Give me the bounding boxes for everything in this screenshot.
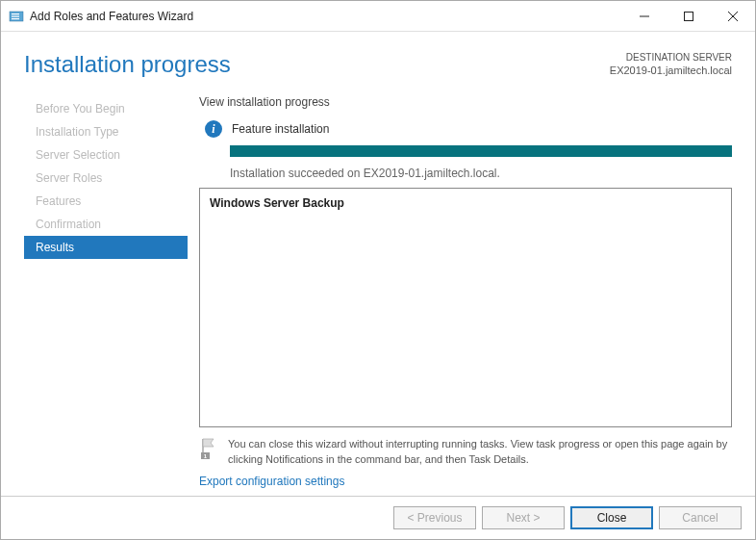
main-pane: View installation progress i Feature ins…: [199, 95, 732, 488]
cancel-button: Cancel: [659, 506, 742, 529]
svg-rect-1: [12, 13, 19, 14]
svg-rect-5: [685, 12, 693, 20]
svg-rect-2: [12, 15, 19, 16]
result-item: Windows Server Backup: [210, 196, 721, 210]
status-text: Installation succeeded on EX2019-01.jami…: [230, 167, 732, 180]
titlebar: Add Roles and Features Wizard: [1, 1, 755, 32]
feature-install-label: Feature installation: [232, 122, 329, 136]
sidebar-item-server-selection: Server Selection: [24, 143, 188, 167]
sidebar-item-installation-type: Installation Type: [24, 120, 188, 143]
sidebar-item-results[interactable]: Results: [24, 236, 188, 259]
next-button: Next >: [482, 506, 565, 529]
flag-icon: 1: [199, 437, 218, 460]
window-controls: [622, 1, 755, 31]
window-title: Add Roles and Features Wizard: [30, 10, 622, 23]
sidebar-item-before-you-begin: Before You Begin: [24, 97, 188, 120]
destination-server: DESTINATION SERVER EX2019-01.jamiltech.l…: [610, 51, 732, 77]
server-manager-icon: [9, 9, 24, 24]
sidebar-item-confirmation: Confirmation: [24, 213, 188, 236]
progress-bar: [230, 145, 732, 157]
svg-rect-3: [12, 18, 19, 19]
destination-server-label: DESTINATION SERVER: [610, 51, 732, 64]
close-button[interactable]: [711, 1, 755, 31]
hint-text: You can close this wizard without interr…: [228, 437, 732, 467]
info-icon: i: [205, 120, 222, 138]
minimize-button[interactable]: [622, 1, 667, 31]
close-button-footer[interactable]: Close: [570, 506, 653, 529]
progress-label: View installation progress: [199, 95, 732, 109]
maximize-button[interactable]: [667, 1, 711, 31]
previous-button: < Previous: [393, 506, 476, 529]
feature-install-row: i Feature installation: [199, 120, 732, 138]
body-row: Before You Begin Installation Type Serve…: [24, 95, 732, 488]
sidebar-item-features: Features: [24, 190, 188, 213]
content-area: Installation progress DESTINATION SERVER…: [1, 32, 755, 496]
results-box: Windows Server Backup: [199, 188, 732, 427]
export-configuration-link[interactable]: Export configuration settings: [199, 475, 732, 488]
sidebar: Before You Begin Installation Type Serve…: [24, 95, 188, 488]
header-row: Installation progress DESTINATION SERVER…: [24, 51, 732, 78]
hint-row: 1 You can close this wizard without inte…: [199, 437, 732, 467]
destination-server-name: EX2019-01.jamiltech.local: [610, 64, 732, 77]
footer: < Previous Next > Close Cancel: [1, 496, 755, 539]
sidebar-item-server-roles: Server Roles: [24, 167, 188, 190]
page-title: Installation progress: [24, 51, 231, 78]
